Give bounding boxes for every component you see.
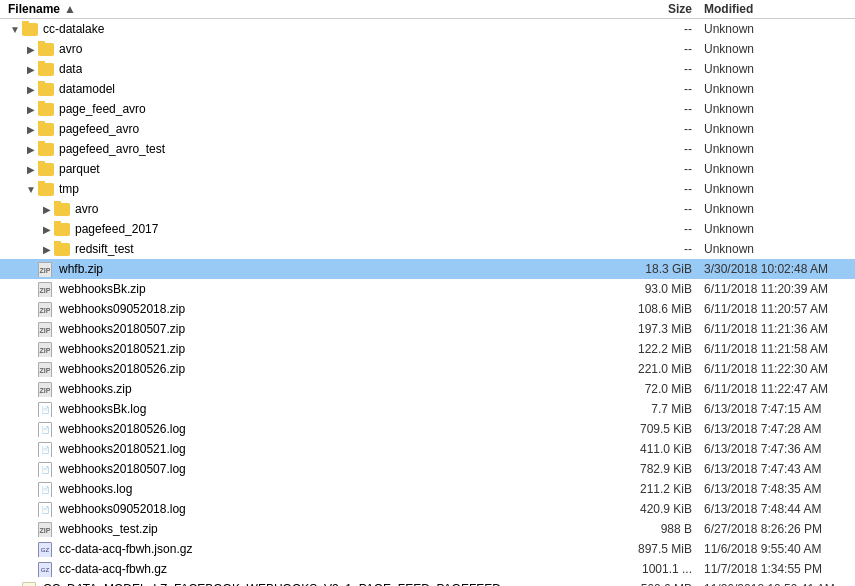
file-size: 411.0 KiB bbox=[600, 442, 700, 456]
list-item[interactable]: ZIP webhooksBk.zip 93.0 MiB 6/11/2018 11… bbox=[0, 279, 855, 299]
list-item[interactable]: 📄 webhooks09052018.log 420.9 KiB 6/13/20… bbox=[0, 499, 855, 519]
list-item[interactable]: ▼ cc-datalake -- Unknown bbox=[0, 19, 855, 39]
file-modified: Unknown bbox=[700, 202, 855, 216]
expand-collapse-btn[interactable]: ▼ bbox=[24, 184, 38, 195]
list-item[interactable]: ▶ avro -- Unknown bbox=[0, 39, 855, 59]
folder-icon bbox=[38, 41, 56, 57]
filename-text: page_feed_avro bbox=[59, 102, 146, 116]
expand-collapse-btn[interactable]: ▶ bbox=[24, 124, 38, 135]
file-size: 221.0 MiB bbox=[600, 362, 700, 376]
list-item[interactable]: ZIP webhooks20180526.zip 221.0 MiB 6/11/… bbox=[0, 359, 855, 379]
list-item[interactable]: ▼ tmp -- Unknown bbox=[0, 179, 855, 199]
header-filename[interactable]: Filename ▲ bbox=[0, 2, 600, 16]
file-name-cell: ▶ avro bbox=[0, 201, 600, 217]
expand-collapse-btn[interactable]: ▶ bbox=[40, 244, 54, 255]
list-item[interactable]: 📄 webhooks20180507.log 782.9 KiB 6/13/20… bbox=[0, 459, 855, 479]
filename-text: webhooks20180526.zip bbox=[59, 362, 185, 376]
column-headers: Filename ▲ Size Modified bbox=[0, 0, 855, 19]
list-item[interactable]: ▶ parquet -- Unknown bbox=[0, 159, 855, 179]
file-size: -- bbox=[600, 22, 700, 36]
folder-icon bbox=[38, 61, 56, 77]
folder-icon bbox=[38, 121, 56, 137]
file-name-cell: GZ cc-data-acq-fbwh.gz bbox=[0, 561, 600, 577]
filename-text: webhooks20180521.log bbox=[59, 442, 186, 456]
list-item[interactable]: AV CC_DATA_MODEL_LZ_FACEBOOK_WEBHOOKS_V3… bbox=[0, 579, 855, 586]
folder-icon bbox=[54, 241, 72, 257]
list-item[interactable]: ZIP webhooks_test.zip 988 B 6/27/2018 8:… bbox=[0, 519, 855, 539]
file-size: 988 B bbox=[600, 522, 700, 536]
file-name-cell: ZIP webhooks09052018.zip bbox=[0, 301, 600, 317]
list-item[interactable]: ▶ avro -- Unknown bbox=[0, 199, 855, 219]
expand-collapse-btn[interactable]: ▶ bbox=[24, 144, 38, 155]
file-name-cell: ▼ tmp bbox=[0, 181, 600, 197]
list-item[interactable]: GZ cc-data-acq-fbwh.json.gz 897.5 MiB 11… bbox=[0, 539, 855, 559]
file-size: 197.3 MiB bbox=[600, 322, 700, 336]
list-item[interactable]: ▶ page_feed_avro -- Unknown bbox=[0, 99, 855, 119]
expand-collapse-btn[interactable]: ▶ bbox=[40, 204, 54, 215]
file-name-cell: 📄 webhooks20180526.log bbox=[0, 421, 600, 437]
expand-collapse-btn[interactable]: ▶ bbox=[24, 164, 38, 175]
list-item[interactable]: GZ cc-data-acq-fbwh.gz 1001.1 ... 11/7/2… bbox=[0, 559, 855, 579]
log-icon: 📄 bbox=[38, 421, 56, 437]
list-item[interactable]: 📄 webhooksBk.log 7.7 MiB 6/13/2018 7:47:… bbox=[0, 399, 855, 419]
list-item[interactable]: ▶ pagefeed_2017 -- Unknown bbox=[0, 219, 855, 239]
file-size: 897.5 MiB bbox=[600, 542, 700, 556]
file-name-cell: ZIP webhooks_test.zip bbox=[0, 521, 600, 537]
file-modified: 11/7/2018 1:34:55 PM bbox=[700, 562, 855, 576]
list-item[interactable]: 📄 webhooks20180526.log 709.5 KiB 6/13/20… bbox=[0, 419, 855, 439]
filename-text: webhooks20180507.zip bbox=[59, 322, 185, 336]
file-name-cell: GZ cc-data-acq-fbwh.json.gz bbox=[0, 541, 600, 557]
filename-text: redsift_test bbox=[75, 242, 134, 256]
header-modified[interactable]: Modified bbox=[700, 2, 855, 16]
expand-collapse-btn[interactable]: ▶ bbox=[24, 44, 38, 55]
file-modified: Unknown bbox=[700, 42, 855, 56]
list-item[interactable]: ▶ datamodel -- Unknown bbox=[0, 79, 855, 99]
list-item[interactable]: ZIP webhooks09052018.zip 108.6 MiB 6/11/… bbox=[0, 299, 855, 319]
filename-text: cc-data-acq-fbwh.json.gz bbox=[59, 542, 192, 556]
expand-collapse-btn[interactable]: ▶ bbox=[24, 64, 38, 75]
expand-collapse-btn[interactable]: ▶ bbox=[40, 224, 54, 235]
file-name-cell: ZIP webhooksBk.zip bbox=[0, 281, 600, 297]
file-modified: 6/11/2018 11:20:39 AM bbox=[700, 282, 855, 296]
list-item[interactable]: ZIP whfb.zip 18.3 GiB 3/30/2018 10:02:48… bbox=[0, 259, 855, 279]
list-item[interactable]: ZIP webhooks20180521.zip 122.2 MiB 6/11/… bbox=[0, 339, 855, 359]
expand-collapse-btn[interactable]: ▶ bbox=[24, 84, 38, 95]
file-modified: 6/11/2018 11:21:58 AM bbox=[700, 342, 855, 356]
list-item[interactable]: ▶ pagefeed_avro_test -- Unknown bbox=[0, 139, 855, 159]
file-modified: Unknown bbox=[700, 182, 855, 196]
filename-text: webhooks.zip bbox=[59, 382, 132, 396]
file-name-cell: ZIP webhooks.zip bbox=[0, 381, 600, 397]
sort-arrow: ▲ bbox=[64, 2, 76, 16]
file-modified: Unknown bbox=[700, 82, 855, 96]
list-item[interactable]: 📄 webhooks.log 211.2 KiB 6/13/2018 7:48:… bbox=[0, 479, 855, 499]
log-icon: 📄 bbox=[38, 441, 56, 457]
file-modified: 6/11/2018 11:20:57 AM bbox=[700, 302, 855, 316]
zip-icon: ZIP bbox=[38, 261, 56, 277]
list-item[interactable]: 📄 webhooks20180521.log 411.0 KiB 6/13/20… bbox=[0, 439, 855, 459]
list-item[interactable]: ZIP webhooks.zip 72.0 MiB 6/11/2018 11:2… bbox=[0, 379, 855, 399]
file-name-cell: ▶ pagefeed_2017 bbox=[0, 221, 600, 237]
file-name-cell: ▶ parquet bbox=[0, 161, 600, 177]
size-label: Size bbox=[668, 2, 692, 16]
filename-text: webhooks20180521.zip bbox=[59, 342, 185, 356]
file-name-cell: ▶ page_feed_avro bbox=[0, 101, 600, 117]
folder-icon bbox=[38, 141, 56, 157]
list-item[interactable]: ▶ pagefeed_avro -- Unknown bbox=[0, 119, 855, 139]
file-name-cell: 📄 webhooks20180521.log bbox=[0, 441, 600, 457]
file-modified: 11/6/2018 9:55:40 AM bbox=[700, 542, 855, 556]
list-item[interactable]: ▶ data -- Unknown bbox=[0, 59, 855, 79]
expand-collapse-btn[interactable]: ▶ bbox=[24, 104, 38, 115]
expand-collapse-btn[interactable]: ▼ bbox=[8, 24, 22, 35]
file-name-cell: ▶ data bbox=[0, 61, 600, 77]
list-item[interactable]: ZIP webhooks20180507.zip 197.3 MiB 6/11/… bbox=[0, 319, 855, 339]
filename-text: webhooks09052018.zip bbox=[59, 302, 185, 316]
filename-text: whfb.zip bbox=[59, 262, 103, 276]
file-name-cell: ▶ redsift_test bbox=[0, 241, 600, 257]
header-size[interactable]: Size bbox=[600, 2, 700, 16]
filename-text: datamodel bbox=[59, 82, 115, 96]
file-size: -- bbox=[600, 222, 700, 236]
zip-icon: ZIP bbox=[38, 321, 56, 337]
file-modified: 6/11/2018 11:22:47 AM bbox=[700, 382, 855, 396]
list-item[interactable]: ▶ redsift_test -- Unknown bbox=[0, 239, 855, 259]
file-list: ▼ cc-datalake -- Unknown ▶ avro -- Unkno… bbox=[0, 19, 855, 586]
